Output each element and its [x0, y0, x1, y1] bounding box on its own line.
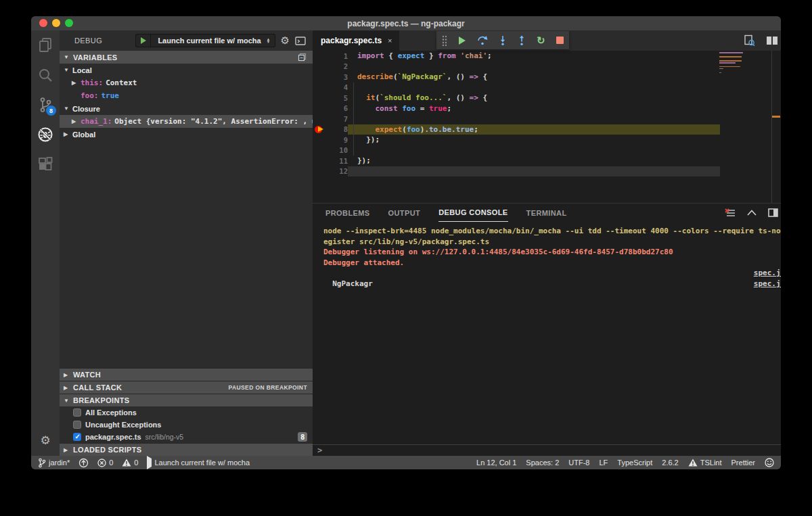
breakpoint-gutter[interactable] — [313, 72, 326, 83]
restart-button[interactable]: ↻ — [537, 35, 545, 45]
code-line-2[interactable]: 2 — [313, 62, 781, 72]
status-item-label: UTF-8 — [568, 459, 589, 467]
breakpoint-gutter[interactable] — [313, 166, 326, 177]
scope-row-local[interactable]: ▼Local — [60, 64, 313, 76]
split-panel-icon[interactable] — [768, 208, 778, 217]
panel-tab-problems[interactable]: PROBLEMS — [325, 204, 370, 222]
status-item-ln-12-col-1[interactable]: Ln 12, Col 1 — [476, 459, 516, 467]
start-debug-button[interactable] — [136, 34, 151, 47]
status-item-0[interactable]: 0 — [122, 459, 138, 467]
status-item-typescript[interactable]: TypeScript — [617, 459, 652, 467]
drag-handle-icon[interactable] — [442, 35, 447, 46]
status-item-utf-8[interactable]: UTF-8 — [568, 459, 589, 467]
scope-row-closure[interactable]: ▼Closure — [60, 102, 313, 115]
clear-console-icon[interactable] — [725, 208, 736, 218]
step-over-button[interactable] — [477, 35, 488, 45]
source-link[interactable]: spec.js:40 — [754, 268, 781, 277]
code-editor[interactable]: 1import { expect } from 'chai';23describ… — [313, 51, 781, 203]
code-line-10[interactable]: 10 — [313, 145, 781, 156]
configure-gear-icon[interactable]: ⚙ — [281, 34, 290, 47]
breakpoint-gutter[interactable] — [313, 145, 326, 156]
call-stack-pane-header[interactable]: ▶ CALL STACK PAUSED ON BREAKPOINT — [60, 381, 313, 394]
variables-pane-title: VARIABLES — [73, 53, 117, 62]
panel-tab-terminal[interactable]: TERMINAL — [526, 204, 567, 222]
split-editor-icon[interactable] — [766, 36, 778, 45]
breakpoint-gutter[interactable] — [313, 135, 326, 145]
breakpoint-row[interactable]: packagr.spec.tssrc/lib/ng-v58 — [60, 431, 313, 443]
open-console-icon[interactable] — [295, 37, 306, 45]
minimize-window-button[interactable] — [52, 19, 60, 27]
collapse-all-icon[interactable] — [297, 52, 307, 62]
code-line-4[interactable]: 4 — [313, 83, 781, 93]
close-tab-icon[interactable]: × — [388, 37, 392, 45]
code-line-7[interactable]: 7 — [313, 114, 781, 124]
code-line-6[interactable]: 6 const foo = true; — [313, 103, 781, 114]
step-out-button[interactable] — [518, 35, 526, 45]
panel-tab-debug-console[interactable]: DEBUG CONSOLE — [438, 204, 508, 222]
breakpoint-gutter[interactable] — [313, 103, 326, 114]
maximize-panel-icon[interactable] — [747, 210, 757, 216]
code-line-12[interactable]: 12 — [313, 166, 781, 177]
checkbox-checked[interactable] — [73, 433, 81, 441]
variable-row-this[interactable]: ▶this:Context — [60, 76, 313, 89]
checkbox-unchecked[interactable] — [73, 408, 81, 417]
code-line-8[interactable]: 8 expect(foo).to.be.true; — [313, 124, 781, 135]
status-item-jardin-[interactable]: jardin* — [38, 458, 70, 468]
tab-packagr-spec[interactable]: packagr.spec.ts × — [313, 30, 399, 51]
status-item-0[interactable]: 0 — [97, 459, 113, 467]
breakpoint-gutter[interactable] — [313, 93, 326, 103]
code-line-9[interactable]: 9 }); — [313, 135, 781, 145]
open-preview-icon[interactable] — [744, 34, 755, 47]
source-link[interactable]: spec.js:40 — [754, 279, 781, 288]
status-item-lf[interactable]: LF — [599, 459, 608, 467]
settings-gear-icon[interactable]: ⚙ — [31, 429, 60, 452]
maximize-window-button[interactable] — [65, 19, 73, 27]
debug-console-input[interactable]: > — [313, 444, 781, 456]
breakpoint-row[interactable]: All Exceptions — [60, 406, 313, 419]
close-window-button[interactable] — [39, 19, 47, 27]
panel-tab-output[interactable]: OUTPUT — [388, 204, 421, 222]
status-item-launch-current-file-w-mocha[interactable]: Launch current file w/ mocha — [147, 459, 250, 467]
scope-row-global[interactable]: ▶Global — [60, 128, 313, 141]
status-item-prettier[interactable]: Prettier — [731, 459, 755, 467]
breakpoint-gutter[interactable] — [313, 62, 326, 72]
stop-button[interactable] — [556, 37, 564, 44]
variable-row-foo[interactable]: foo:true — [60, 89, 313, 102]
loaded-scripts-pane-header[interactable]: ▶ LOADED SCRIPTS — [60, 443, 313, 456]
code-line-3[interactable]: 3describe(`NgPackagr`, () => { — [313, 72, 781, 83]
title-bar[interactable]: packagr.spec.ts — ng-packagr — [31, 16, 781, 30]
play-icon — [141, 37, 146, 44]
watch-pane-header[interactable]: ▶ WATCH — [60, 368, 313, 381]
status-item-2-6-2[interactable]: 2.6.2 — [662, 459, 678, 467]
variables-pane-header[interactable]: ▼ VARIABLES — [60, 51, 313, 64]
variable-row-chai_1[interactable]: ▶chai_1:Object {version: "4.1.2", Assert… — [60, 115, 313, 128]
activity-item-search[interactable] — [31, 60, 60, 90]
breakpoint-gutter[interactable] — [313, 124, 326, 135]
breakpoints-pane-header[interactable]: ▼ BREAKPOINTS — [60, 394, 313, 406]
code-line-11[interactable]: 11}); — [313, 156, 781, 166]
paused-on-breakpoint-status: PAUSED ON BREAKPOINT — [229, 384, 307, 391]
breakpoint-gutter[interactable] — [313, 51, 326, 62]
status-item-publish-icon[interactable] — [78, 458, 89, 468]
breakpoint-row[interactable]: Uncaught Exceptions — [60, 419, 313, 431]
activity-item-explorer[interactable] — [31, 30, 60, 60]
status-item-tslint[interactable]: TSLint — [688, 459, 722, 467]
launch-config-select[interactable]: Launch current file w/ mocha ▲▼ — [151, 34, 274, 47]
chevron-right-icon: ▶ — [64, 372, 70, 378]
checkbox-unchecked[interactable] — [73, 421, 81, 429]
status-item-spaces-2[interactable]: Spaces: 2 — [526, 459, 559, 467]
continue-button[interactable] — [458, 36, 466, 45]
step-into-button[interactable] — [499, 35, 507, 45]
activity-item-source-control[interactable]: 8 — [31, 90, 60, 120]
status-item-smiley-icon[interactable] — [765, 458, 774, 467]
status-item-label: LF — [599, 459, 608, 467]
activity-item-extensions[interactable] — [31, 149, 60, 179]
breakpoint-gutter[interactable] — [313, 156, 326, 166]
breakpoint-gutter[interactable] — [313, 114, 326, 124]
code-line-5[interactable]: 5 it(`should foo...`, () => { — [313, 93, 781, 103]
code-text: }); — [348, 156, 371, 165]
breakpoint-gutter[interactable] — [313, 83, 326, 93]
minimap[interactable] — [719, 52, 745, 70]
code-line-1[interactable]: 1import { expect } from 'chai'; — [313, 51, 781, 62]
activity-item-debug[interactable] — [31, 120, 60, 149]
